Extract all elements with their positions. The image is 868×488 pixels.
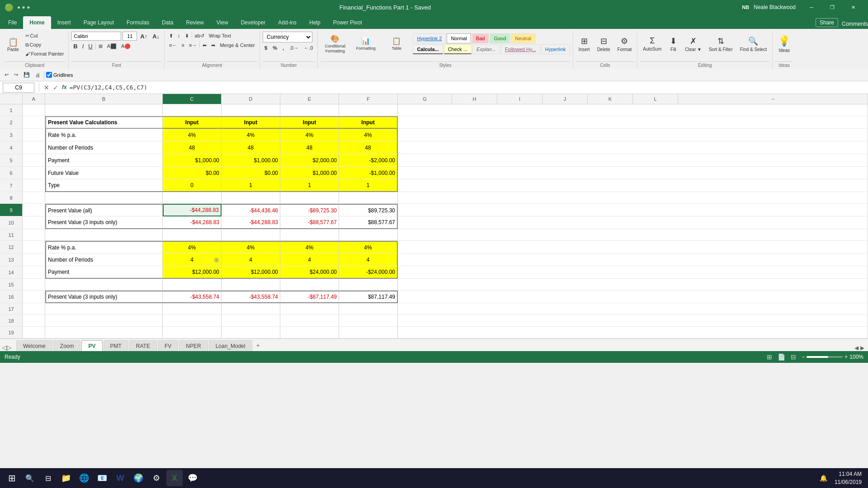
cell-a5[interactable] xyxy=(23,154,45,167)
tab-data[interactable]: Data xyxy=(156,16,179,29)
cell-rest19[interactable] xyxy=(398,327,868,338)
cell-c1[interactable] xyxy=(163,104,222,116)
scroll-left[interactable]: ◀ xyxy=(854,345,859,351)
row-11[interactable]: 11 xyxy=(0,229,23,241)
cell-c10[interactable]: -$44,288.83 xyxy=(163,216,222,229)
start-button[interactable]: ⊞ xyxy=(4,470,20,486)
style-hyperlink1[interactable]: Hyperlink xyxy=(541,44,570,54)
share-button[interactable]: Share xyxy=(816,18,838,27)
conditional-formatting-button[interactable]: 🎨 Conditional Formatting xyxy=(321,32,349,56)
cell-b1[interactable] xyxy=(45,104,163,116)
col-header-d[interactable]: D xyxy=(222,94,280,104)
cell-b9[interactable]: Present Value (all) xyxy=(45,204,163,216)
minimize-button[interactable]: ─ xyxy=(801,0,822,14)
wrap-text-button[interactable]: Wrap Text xyxy=(207,32,233,40)
fill-button[interactable]: ⬇ Fill xyxy=(666,32,680,56)
cell-d7[interactable]: 1 xyxy=(222,179,280,192)
bold-button[interactable]: B xyxy=(71,42,79,50)
cell-rest10[interactable] xyxy=(398,216,868,229)
redo-button[interactable]: ↪ xyxy=(12,71,20,79)
cell-f6[interactable]: -$1,000.00 xyxy=(339,167,398,179)
cell-a9[interactable] xyxy=(23,204,45,216)
delete-button[interactable]: ⊟ Delete xyxy=(594,32,613,56)
number-format-select[interactable]: Currency xyxy=(263,32,312,42)
cell-e6[interactable]: $1,000.00 xyxy=(280,167,339,179)
dollar-button[interactable]: $ xyxy=(263,44,269,52)
cell-c4[interactable]: 48 xyxy=(163,141,222,154)
cancel-formula-icon[interactable]: ✕ xyxy=(44,84,49,91)
row-8[interactable]: 8 xyxy=(0,192,23,204)
cell-b3[interactable]: Rate % p.a. xyxy=(45,129,163,141)
cell-b7[interactable]: Type xyxy=(45,179,163,192)
tab-home[interactable]: Home xyxy=(23,16,51,29)
percent-button[interactable]: % xyxy=(271,44,279,52)
cell-c5[interactable]: $1,000.00 xyxy=(163,154,222,167)
row-17[interactable]: 17 xyxy=(0,303,23,315)
zoom-track[interactable] xyxy=(807,356,843,358)
tab-developer[interactable]: Developer xyxy=(235,16,272,29)
col-header-b[interactable]: B xyxy=(45,94,163,104)
cell-rest6[interactable] xyxy=(398,167,868,179)
sheet-nav-right[interactable]: ▷ xyxy=(7,344,12,351)
sheet-nav-left[interactable]: ◁ xyxy=(2,344,7,351)
cell-a7[interactable] xyxy=(23,179,45,192)
undo-button[interactable]: ↩ xyxy=(3,71,10,79)
cell-a6[interactable] xyxy=(23,167,45,179)
word-button[interactable]: W xyxy=(112,470,128,486)
cut-button[interactable]: ✂ Cut xyxy=(24,32,66,40)
cell-rest5[interactable] xyxy=(398,154,868,167)
scroll-right[interactable]: ▶ xyxy=(860,345,864,351)
align-bottom[interactable]: ⬇ xyxy=(183,32,191,40)
style-calc[interactable]: Calcula... xyxy=(413,44,443,54)
cell-a15[interactable] xyxy=(23,279,45,291)
border-button[interactable]: ⊞ xyxy=(97,42,104,50)
cell-b10[interactable]: Present Value (3 inputs only) xyxy=(45,216,163,229)
row-13[interactable]: 13 xyxy=(0,253,23,266)
cell-d13[interactable]: 4 xyxy=(222,253,280,266)
cell-e8[interactable] xyxy=(280,192,339,204)
sheet-tab-loan[interactable]: Loan_Model xyxy=(209,340,252,351)
cell-c19[interactable] xyxy=(163,327,222,338)
cell-f5[interactable]: -$2,000.00 xyxy=(339,154,398,167)
row-1[interactable]: 1 xyxy=(0,104,23,116)
underline-button[interactable]: U xyxy=(86,42,94,50)
cell-e4[interactable]: 48 xyxy=(280,141,339,154)
col-header-h[interactable]: H xyxy=(452,94,497,104)
col-header-l[interactable]: L xyxy=(633,94,678,104)
style-expl[interactable]: Explan... xyxy=(472,44,500,54)
cell-c16[interactable]: -$43,558.74 xyxy=(163,291,222,303)
autosum-button[interactable]: Σ AutoSum xyxy=(640,32,664,56)
page-layout-view-button[interactable]: 📄 xyxy=(778,353,785,361)
excel-button[interactable]: X xyxy=(166,470,183,486)
cell-e18[interactable] xyxy=(280,315,339,327)
row-5[interactable]: 5 xyxy=(0,154,23,167)
row-9[interactable]: 9 xyxy=(0,204,23,216)
orientation-button[interactable]: ab↺ xyxy=(193,32,206,40)
col-header-j[interactable]: J xyxy=(542,94,588,104)
cell-a2[interactable] xyxy=(23,116,45,129)
cell-f13[interactable]: 4 xyxy=(339,253,398,266)
cell-c8[interactable] xyxy=(163,192,222,204)
col-header-k[interactable]: K xyxy=(588,94,633,104)
comma-button[interactable]: , xyxy=(281,44,286,52)
cell-a11[interactable] xyxy=(23,229,45,241)
zoom-slider[interactable]: − + 100% xyxy=(802,354,863,360)
cell-rest9[interactable] xyxy=(398,204,868,216)
cell-d12[interactable]: 4% xyxy=(222,241,280,253)
indent-increase[interactable]: ➡ xyxy=(209,41,217,49)
add-sheet-button[interactable]: + xyxy=(253,340,263,350)
cell-a18[interactable] xyxy=(23,315,45,327)
cell-d11[interactable] xyxy=(222,229,280,241)
cell-rest18[interactable] xyxy=(398,315,868,327)
sheet-tab-zoom[interactable]: Zoom xyxy=(53,340,81,351)
cell-d3[interactable]: 4% xyxy=(222,129,280,141)
cell-b18[interactable] xyxy=(45,315,163,327)
col-header-g[interactable]: G xyxy=(398,94,452,104)
clear-button[interactable]: ✗ Clear ▼ xyxy=(682,32,704,56)
chrome-button[interactable]: 🌍 xyxy=(130,470,146,486)
find-select-button[interactable]: 🔍 Find & Select xyxy=(737,32,769,56)
cell-a10[interactable] xyxy=(23,216,45,229)
cell-b15[interactable] xyxy=(45,279,163,291)
sheet-tab-welcome[interactable]: Welcome xyxy=(16,340,52,351)
outlook-button[interactable]: 📧 xyxy=(94,470,110,486)
